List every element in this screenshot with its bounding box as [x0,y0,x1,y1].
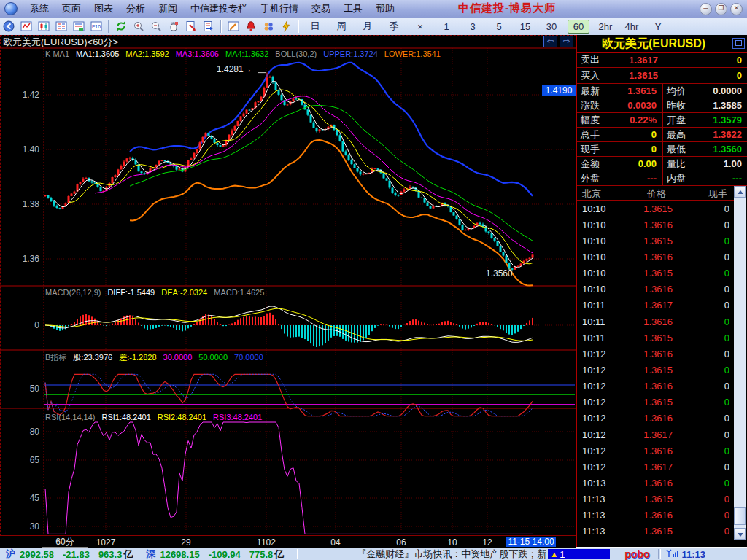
period-30[interactable]: 30 [541,20,562,33]
period-1[interactable]: 1 [436,20,457,33]
alert-badge[interactable]: ▲1 [548,549,610,559]
quote-label: 最高 [662,128,699,141]
menu-7[interactable]: 交易 [311,2,330,15]
period-2hr[interactable]: 2hr [595,20,616,33]
quote-label: 内盘 [662,171,699,185]
tick-row: 10:121.36170 [577,459,735,475]
menu-5[interactable]: 中信建投专栏 [190,2,247,15]
tick-time: 10:12 [577,365,622,376]
zoom-in-icon[interactable] [131,20,146,33]
menu-1[interactable]: 页面 [62,2,81,15]
tick-time: 10:12 [577,413,622,424]
sz-index-label: 深 [146,548,155,560]
tick-row: 11:131.36150 [577,524,735,540]
indicator-label: 30.0000 [163,353,193,362]
tick-row: 10:101.36160 [577,217,735,233]
alarm-icon[interactable] [244,20,258,33]
period-日[interactable]: 日 [305,19,325,34]
export-icon[interactable] [184,20,198,33]
tick-scrollbar[interactable] [734,186,746,540]
period-Y[interactable]: Y [648,20,668,33]
menu-9[interactable]: 帮助 [376,2,395,15]
price-cursor-badge: 1.4190 [542,85,576,96]
panel-maximize-icon[interactable] [732,38,745,49]
tick-price: 1.3616 [622,349,673,359]
period-4hr[interactable]: 4hr [622,20,642,33]
menu-2[interactable]: 图表 [94,2,113,15]
period-季[interactable]: 季 [384,19,404,34]
refresh-icon[interactable] [114,20,128,33]
period-3[interactable]: 3 [462,20,483,33]
f10-icon[interactable]: F10 [89,20,104,33]
quote-qty: 0 [658,70,747,81]
menu-8[interactable]: 工具 [344,2,363,15]
tick-time: 10:12 [577,446,622,456]
toolbar-separator [220,20,222,33]
tick-qty: 0 [673,300,734,311]
menu-6[interactable]: 手机行情 [260,2,298,15]
flash-icon[interactable] [279,20,293,33]
tick-qty: 0 [673,203,734,214]
scroll-right-icon[interactable]: ⇨ [560,36,573,47]
tick-time: 10:12 [577,397,622,408]
col-price: 价格 [647,187,666,201]
line-chart-icon[interactable] [19,20,34,33]
col-qty: 现手 [708,187,727,201]
menu-0[interactable]: 系统 [30,2,49,15]
indicator-label: MA2:1.3592 [125,50,169,58]
menu-3[interactable]: 分析 [126,2,145,15]
tick-price: 1.3616 [622,252,673,262]
zoom-out-icon[interactable] [149,20,163,33]
close-button[interactable]: ✕ [730,3,743,15]
back-icon[interactable] [1,20,16,33]
quote-value: 1.3615 [610,85,657,96]
sh-index-value: 2992.58 [20,549,54,560]
sh-index-label: 沪 [6,548,15,560]
quote-label: 幅度 [577,114,610,127]
minimize-button[interactable]: ─ [700,3,712,15]
tick-qty: 0 [673,397,734,408]
period-×[interactable]: × [410,20,430,33]
axis-tick-label: 0 [0,320,39,330]
scroll-up-icon[interactable] [734,186,746,198]
kline-chart-icon[interactable] [36,20,51,33]
scroll-down-icon[interactable] [734,528,746,540]
system-menu-icon[interactable] [4,2,18,15]
period-月[interactable]: 月 [357,19,378,34]
tick-qty: 0 [673,316,734,327]
tick-row: 10:101.36160 [577,281,735,298]
indicator-label: DEA:-2.0324 [161,288,207,297]
scroll-left-icon[interactable]: ⇦ [543,36,557,47]
scrollbar-thumb[interactable] [734,508,746,525]
goto-icon[interactable] [201,20,216,33]
tick-qty: 0 [673,526,734,537]
quote-list-icon[interactable] [54,20,69,33]
period-15[interactable]: 15 [515,20,535,33]
period-5[interactable]: 5 [489,20,509,33]
tick-row: 10:121.36150 [577,394,735,411]
quote-label: 现手 [577,143,610,156]
drag-icon[interactable] [166,20,181,33]
users-icon[interactable] [261,20,276,33]
tick-price: 1.3615 [622,203,673,214]
tick-time: 10:13 [577,478,622,489]
period-cell[interactable]: 60分 [42,537,88,548]
tick-price: 1.3616 [622,219,673,230]
draw-icon[interactable] [226,20,241,33]
quote-row-金额: 金额0.00量比1.00 [577,157,747,171]
quote-label: 量比 [662,157,699,171]
report-icon[interactable] [71,20,86,33]
news-ticker[interactable]: 『金融财经』市场快讯：中资地产股下跌；新 [357,548,546,560]
quote-row-现手: 现手0最低1.3560 [577,142,747,157]
indicator-label: BOLL(30,2) [275,50,317,58]
chart-area[interactable]: 欧元美元(EURUSD)<60分> ⇦ ⇨ K MA1MA1:1.3605MA2… [0,35,576,547]
quote-label: 昨收 [662,98,699,112]
app-window: 系统页面图表分析新闻中信建投专栏手机行情交易工具帮助 中信建投-博易大师 ─ ❐… [0,0,747,560]
quote-value: 0 [610,129,657,140]
period-60[interactable]: 60 [568,20,589,34]
menu-4[interactable]: 新闻 [158,2,177,15]
tick-time: 10:12 [577,462,622,472]
b-indicator-labels: B指标股:23.3976差:-1.282830.000050.000070.00… [45,352,270,363]
restore-button[interactable]: ❐ [715,3,727,15]
period-周[interactable]: 周 [331,19,352,34]
